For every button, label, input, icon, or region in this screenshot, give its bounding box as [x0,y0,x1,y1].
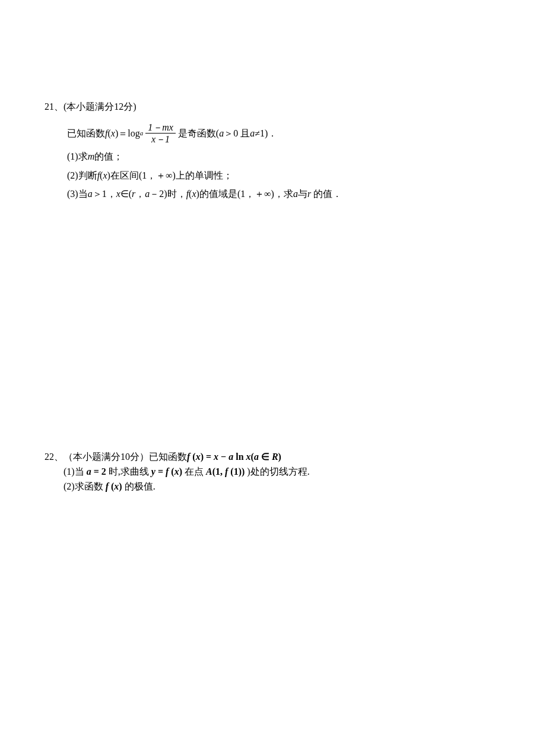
cond-t2: ≠1)． [255,125,277,141]
problem-21: 21、(本小题满分12分) 已知函数 f ( x )＝ log a 1－mx x… [45,101,501,202]
problem-21-stem: 已知函数 f ( x )＝ log a 1－mx x－1 是奇函数( a ＞0 … [67,122,501,145]
math-A1f1: A(1, f (1)) [206,466,245,477]
frac-den: x－1 [149,134,172,145]
cond-a2: a [250,125,255,141]
problem-21-part-3: (3)当a＞1，x∈(r，a－2)时，f(x)的值域是(1，＋∞)，求a与r 的… [67,186,501,202]
stem-prefix: 已知函数 [67,125,105,141]
math-a2: a = 2 [87,466,106,477]
problem-22-header: 22、（本小题满分10分） 已知函数 f (x) = x − a ln x(a … [45,451,501,463]
problem-21-part-1: (1)求m的值； [67,148,501,164]
problem-22-part-2: (2)求函数 f (x) 的极值. [45,481,501,493]
cond-a1: a [219,125,224,141]
cond-t1: ＞0 且 [224,125,250,141]
math-fx: f (x) [106,481,122,491]
problem-21-part-2: (2)判断f(x)在区间(1，＋∞)上的单调性； [67,167,501,183]
log-sub: a [140,128,144,139]
problem-22-number: 22、（本小题满分10分） [45,451,149,463]
problem-21-body: 已知函数 f ( x )＝ log a 1－mx x－1 是奇函数( a ＞0 … [45,122,501,202]
log-label: log [128,125,139,141]
problem-21-header: 21、(本小题满分12分) [45,101,501,113]
frac-num: 1－mx [145,122,176,133]
fraction: 1－mx x－1 [145,122,176,145]
math-yfx: y = f (x) [151,466,182,477]
problem-22: 22、（本小题满分10分） 已知函数 f (x) = x − a ln x(a … [45,451,501,493]
problem-22-stem-prefix: 已知函数 [149,451,187,463]
problem-22-stem-math: f (x) = x − a ln x(a ∈ R) [187,451,281,462]
problem-22-part-1: (1)当 a = 2 时,求曲线 y = f (x) 在点 A(1, f (1)… [45,466,501,478]
stem-suffix: 是奇函数( [178,125,219,141]
